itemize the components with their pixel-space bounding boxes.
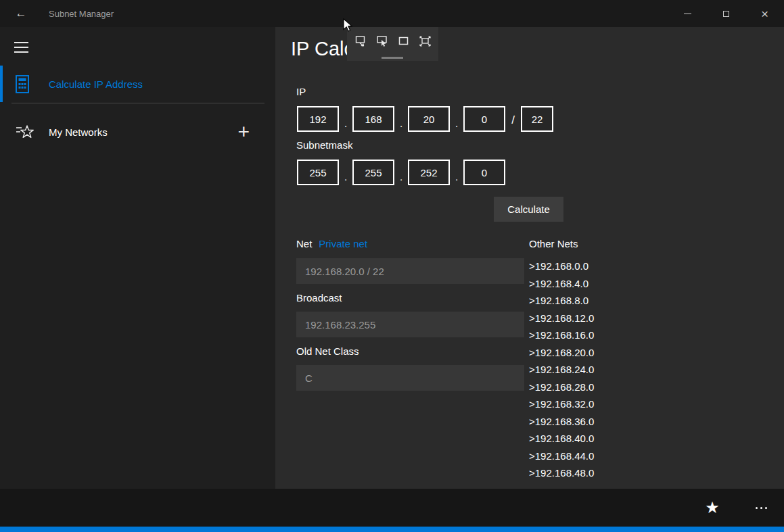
- favorite-star-button[interactable]: ★: [696, 491, 729, 524]
- ip-octet-1-input[interactable]: [297, 106, 339, 132]
- net-result-field: [296, 258, 524, 284]
- snip-toolbar-overlay: [347, 27, 438, 61]
- other-net-item[interactable]: >192.168.16.0: [529, 327, 594, 344]
- other-net-item[interactable]: >192.168.0.0: [529, 258, 594, 275]
- minimize-button[interactable]: [668, 0, 707, 27]
- mask-octet-2-input[interactable]: [352, 160, 394, 185]
- ip-input-row: . . . /: [297, 106, 553, 132]
- mask-octet-1-input[interactable]: [297, 160, 339, 185]
- hamburger-icon: [14, 42, 28, 43]
- ip-octet-4-input[interactable]: [463, 106, 505, 132]
- bottom-accent-strip: [0, 527, 784, 532]
- sidebar: Calculate IP Address My Networks +: [0, 27, 275, 489]
- ellipsis-icon: [756, 507, 758, 509]
- selected-indicator: [0, 66, 3, 102]
- close-icon: ×: [761, 7, 768, 20]
- app-bar: ★: [0, 489, 784, 527]
- back-button[interactable]: ←: [0, 0, 42, 27]
- dot-separator: .: [450, 171, 463, 185]
- other-net-item[interactable]: >192.168.24.0: [529, 361, 594, 379]
- other-net-item[interactable]: >192.168.32.0: [529, 395, 594, 413]
- close-button[interactable]: ×: [745, 0, 784, 27]
- ip-octet-2-input[interactable]: [352, 106, 394, 132]
- broadcast-result-field: [296, 312, 524, 337]
- favorites-list-icon: [16, 123, 34, 141]
- page-title: IP Calc: [291, 38, 354, 60]
- broadcast-label: Broadcast: [296, 292, 342, 304]
- sidebar-divider: [11, 103, 264, 103]
- main-content: IP Calc IP . . . / Subnetmask . . . Calc…: [275, 27, 784, 489]
- toolbar-drag-handle: [382, 57, 403, 59]
- mouse-cursor-icon: [343, 18, 354, 33]
- subnetmask-label: Subnetmask: [296, 139, 352, 151]
- star-icon: ★: [705, 498, 720, 517]
- ip-label: IP: [296, 86, 306, 97]
- snip-freeform-icon[interactable]: [375, 34, 388, 48]
- maximize-button[interactable]: [707, 0, 745, 27]
- mask-octet-3-input[interactable]: [408, 160, 450, 185]
- old-net-class-label: Old Net Class: [296, 345, 359, 357]
- hamburger-menu-button[interactable]: [8, 34, 37, 60]
- snip-fullscreen-icon[interactable]: [419, 34, 432, 48]
- net-label-row: Net Private net: [296, 238, 367, 249]
- other-net-item[interactable]: >192.168.12.0: [529, 310, 594, 327]
- back-arrow-icon: ←: [16, 7, 27, 20]
- maximize-icon: [723, 11, 729, 17]
- add-network-button[interactable]: +: [237, 122, 250, 142]
- other-net-item[interactable]: >192.168.8.0: [529, 292, 594, 310]
- window-title: Subnet Manager: [49, 9, 114, 19]
- ip-octet-3-input[interactable]: [408, 106, 450, 132]
- other-net-item[interactable]: >192.168.36.0: [529, 413, 594, 431]
- minimize-icon: [684, 14, 691, 14]
- sidebar-item-label: My Networks: [49, 126, 108, 138]
- sidebar-item-label: Calculate IP Address: [49, 78, 143, 90]
- sidebar-item-my-networks[interactable]: My Networks +: [0, 114, 275, 150]
- cidr-input[interactable]: [521, 106, 553, 132]
- calculate-button[interactable]: Calculate: [494, 197, 563, 222]
- other-nets-list: >192.168.0.0>192.168.4.0>192.168.8.0>192…: [529, 258, 594, 482]
- other-net-item[interactable]: >192.168.20.0: [529, 344, 594, 362]
- old-net-class-result-field: [296, 365, 524, 391]
- dot-separator: .: [394, 118, 408, 132]
- other-net-item[interactable]: >192.168.4.0: [529, 275, 594, 293]
- dot-separator: .: [339, 171, 352, 185]
- calculator-icon: [16, 75, 29, 93]
- dot-separator: .: [394, 171, 408, 185]
- sidebar-item-calculate-ip[interactable]: Calculate IP Address: [0, 66, 275, 102]
- other-net-item[interactable]: >192.168.44.0: [529, 448, 594, 465]
- other-net-item[interactable]: >192.168.28.0: [529, 379, 594, 396]
- snip-rectangle-icon[interactable]: [354, 34, 367, 48]
- dot-separator: .: [339, 118, 352, 132]
- private-net-link[interactable]: Private net: [319, 238, 367, 249]
- other-net-item[interactable]: >192.168.40.0: [529, 430, 594, 448]
- dot-separator: .: [450, 118, 463, 132]
- mask-octet-4-input[interactable]: [463, 160, 505, 185]
- net-label: Net: [296, 238, 312, 249]
- other-net-item[interactable]: >192.168.48.0: [529, 464, 594, 482]
- subnetmask-input-row: . . .: [297, 160, 505, 185]
- more-options-button[interactable]: [745, 491, 777, 524]
- slash-separator: /: [505, 114, 521, 132]
- snip-window-icon[interactable]: [397, 34, 410, 48]
- titlebar: ← Subnet Manager ×: [0, 0, 784, 27]
- other-nets-title: Other Nets: [529, 238, 578, 249]
